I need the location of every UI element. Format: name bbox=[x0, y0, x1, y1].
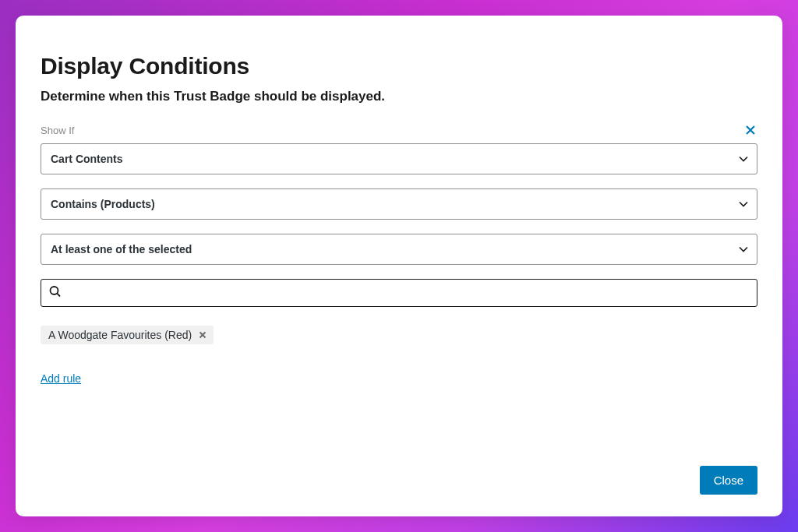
page-subtitle: Determine when this Trust Badge should b… bbox=[41, 89, 757, 104]
condition-type-row: Cart Contents bbox=[41, 143, 757, 174]
tag-remove-button[interactable] bbox=[196, 329, 209, 341]
remove-rule-button[interactable] bbox=[743, 123, 757, 137]
product-search-row bbox=[41, 279, 757, 307]
product-search-input[interactable] bbox=[41, 279, 757, 307]
match-mode-row: At least one of the selected bbox=[41, 234, 757, 265]
add-rule-link[interactable]: Add rule bbox=[41, 372, 757, 385]
close-icon bbox=[745, 125, 756, 136]
close-icon bbox=[199, 331, 207, 339]
svg-line-3 bbox=[57, 294, 60, 297]
display-conditions-modal: Display Conditions Determine when this T… bbox=[16, 16, 782, 516]
search-icon bbox=[48, 285, 62, 301]
rule-header-row: Show If bbox=[41, 123, 757, 137]
modal-footer: Close bbox=[700, 466, 757, 495]
show-if-label: Show If bbox=[41, 125, 74, 136]
match-mode-select[interactable]: At least one of the selected bbox=[41, 234, 757, 265]
close-button[interactable]: Close bbox=[700, 466, 757, 495]
tag-label: A Woodgate Favourites (Red) bbox=[48, 329, 192, 341]
operator-row: Contains (Products) bbox=[41, 188, 757, 220]
page-title: Display Conditions bbox=[41, 53, 757, 79]
selected-products-row: A Woodgate Favourites (Red) bbox=[41, 326, 757, 344]
operator-select[interactable]: Contains (Products) bbox=[41, 188, 757, 220]
selected-product-tag: A Woodgate Favourites (Red) bbox=[41, 326, 214, 344]
condition-type-select[interactable]: Cart Contents bbox=[41, 143, 757, 174]
svg-point-2 bbox=[51, 287, 58, 294]
